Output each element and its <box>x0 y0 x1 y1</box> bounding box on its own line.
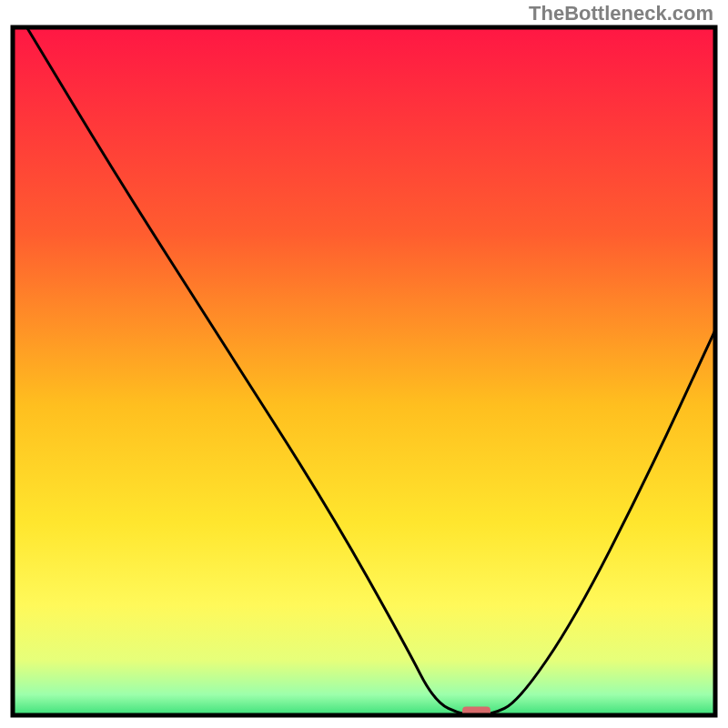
watermark-text: TheBottleneck.com <box>529 2 713 25</box>
bottleneck-chart <box>0 0 728 728</box>
plot-background <box>13 27 715 715</box>
chart-container: TheBottleneck.com <box>0 0 728 728</box>
